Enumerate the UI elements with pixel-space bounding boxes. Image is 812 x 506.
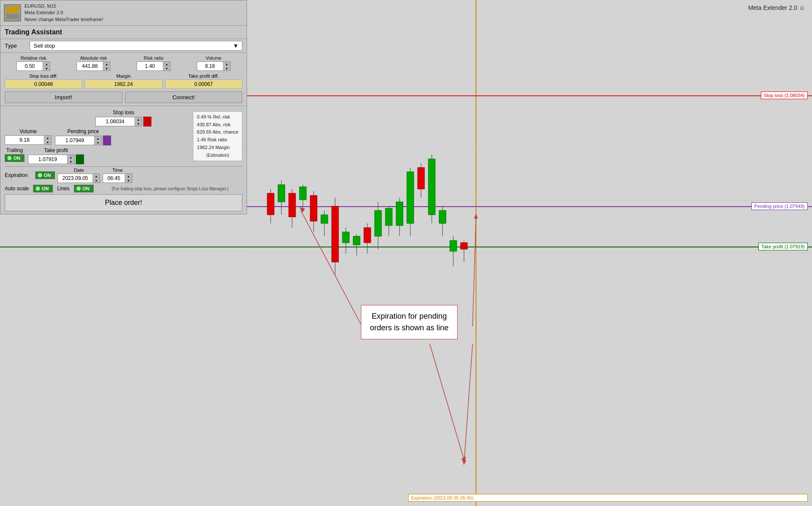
connect-button[interactable]: Connect!	[125, 91, 243, 103]
pending-color-indicator	[103, 135, 111, 146]
margin-col: Margin 1982.24	[85, 73, 162, 89]
date-up[interactable]: ▲	[93, 174, 100, 178]
relative-risk-field[interactable]: ▲ ▼	[16, 61, 50, 71]
relative-risk-input[interactable]	[17, 62, 43, 70]
pp-up[interactable]: ▲	[95, 136, 101, 140]
risk-ratio-input[interactable]	[137, 62, 163, 70]
svg-rect-21	[353, 236, 360, 245]
take-profit-input[interactable]	[28, 155, 67, 163]
volume-up[interactable]: ▲	[223, 62, 230, 66]
lines-label-text: Lines	[57, 186, 70, 192]
pending-price-field[interactable]: ▲ ▼	[55, 136, 102, 145]
svg-rect-29	[396, 202, 403, 226]
tp-diff-label: Take profit diff.	[188, 73, 219, 79]
risk-ratio-field[interactable]: ▲ ▼	[137, 61, 171, 71]
dropdown-arrow-icon: ▼	[233, 43, 238, 49]
take-profit-field[interactable]: ▲ ▼	[28, 155, 75, 164]
absolute-risk-field[interactable]: ▲ ▼	[76, 61, 110, 71]
risk-row: Relative risk ▲ ▼ Absolute risk ▲ ▼ Risk…	[0, 54, 247, 73]
absolute-risk-input[interactable]	[77, 62, 103, 70]
place-order-button[interactable]: Place order!	[5, 194, 242, 211]
relative-risk-down[interactable]: ▼	[43, 66, 50, 70]
estimation-note: (Estimation)	[197, 152, 238, 159]
sl-down[interactable]: ▼	[135, 122, 142, 126]
stop-loss-input[interactable]	[96, 118, 134, 125]
panel-header: EURUSD, M15 Meta Extender 2.0 Never chan…	[0, 0, 247, 26]
import-button[interactable]: Import!	[5, 91, 122, 103]
svg-rect-7	[278, 185, 285, 202]
trailing-label-text: Trailing	[6, 147, 23, 153]
volume2-input[interactable]	[5, 136, 44, 144]
risk-ratio-label: Risk ratio	[143, 55, 163, 61]
time-label: Time	[112, 168, 122, 173]
tp-color-indicator	[76, 154, 84, 165]
trailing-toggle[interactable]: ON	[5, 154, 24, 162]
svg-line-43	[464, 344, 473, 464]
volume2-field[interactable]: ▲ ▼	[5, 135, 52, 145]
svg-rect-27	[385, 208, 392, 226]
risk-ratio-up[interactable]: ▲	[163, 62, 170, 66]
takeprofit-col: Take profit ▲ ▼	[28, 147, 84, 165]
pending-price-input[interactable]	[55, 137, 94, 144]
absolute-risk-down[interactable]: ▼	[103, 66, 110, 70]
sl-up[interactable]: ▲	[135, 117, 142, 122]
svg-rect-11	[299, 187, 306, 200]
annotation-box: Expiration for pending orders is shown a…	[361, 305, 458, 339]
autoscale-label-text: Auto scale	[5, 186, 29, 192]
header-text: EURUSD, M15 Meta Extender 2.0 Never chan…	[24, 3, 103, 23]
svg-rect-33	[418, 168, 424, 189]
pending-price-col: Pending price ▲ ▼	[55, 128, 111, 146]
est-abs-risk: 430.87 Abs. risk	[197, 121, 238, 129]
time-down[interactable]: ▼	[125, 178, 132, 183]
svg-rect-31	[407, 172, 414, 223]
svg-rect-13	[310, 195, 317, 221]
expiration-row: Expiration ON Date ▲ ▼ Time	[5, 168, 242, 183]
stop-loss-label: Stop loss	[113, 110, 134, 116]
tp-diff-col: Take profit diff. 0.00067	[165, 73, 242, 89]
svg-rect-9	[289, 193, 296, 217]
absolute-risk-up[interactable]: ▲	[103, 62, 110, 66]
absolute-risk-label: Absolute risk	[80, 55, 107, 61]
sl-color-indicator	[143, 116, 152, 127]
panel-title: Trading Assistant	[0, 26, 247, 38]
expiration-label: Expiration (2023.09.05 06:45)	[408, 494, 808, 502]
volume-down[interactable]: ▼	[223, 66, 230, 70]
date-field[interactable]: ▲ ▼	[58, 174, 100, 183]
svg-rect-23	[364, 228, 371, 243]
date-down[interactable]: ▼	[93, 178, 100, 183]
lower-section: 0.49 % Rel. risk 430.87 Abs. risk 629.65…	[0, 107, 247, 214]
lines-toggle[interactable]: ON	[74, 185, 94, 192]
svg-rect-37	[439, 210, 446, 223]
est-risk-ratio: 1.46 Risk ratio	[197, 136, 238, 144]
svg-rect-50	[6, 14, 18, 19]
diff-row: Stop loss diff. 0.00048 Margin 1982.24 T…	[0, 73, 247, 90]
date-input[interactable]	[58, 174, 92, 182]
time-field[interactable]: ▲ ▼	[103, 174, 132, 183]
autoscale-toggle[interactable]: ON	[33, 185, 53, 192]
svg-rect-15	[321, 215, 328, 223]
time-up[interactable]: ▲	[125, 174, 132, 178]
tp-down[interactable]: ▼	[67, 159, 74, 164]
volume-input[interactable]	[197, 62, 223, 70]
margin-value: 1982.24	[85, 79, 162, 89]
risk-ratio-down[interactable]: ▼	[163, 66, 170, 70]
action-buttons: Import! Connect!	[0, 90, 247, 105]
volume2-label: Volume	[19, 128, 37, 134]
svg-rect-39	[450, 241, 457, 251]
vol2-up[interactable]: ▲	[44, 136, 51, 140]
pp-down[interactable]: ▼	[95, 140, 101, 145]
tp-diff-value: 0.00067	[165, 79, 242, 89]
relative-risk-up[interactable]: ▲	[43, 62, 50, 66]
tp-up[interactable]: ▲	[67, 155, 74, 159]
type-dropdown[interactable]: Sell stop ▼	[30, 41, 242, 51]
type-row: Type Sell stop ▼	[0, 40, 247, 52]
volume-field[interactable]: ▲ ▼	[197, 61, 231, 71]
svg-rect-19	[342, 232, 349, 243]
type-label: Type	[5, 43, 26, 49]
stop-loss-field[interactable]: ▲ ▼	[95, 117, 142, 126]
take-profit-label: Take profit	[44, 147, 68, 153]
time-input[interactable]	[103, 174, 125, 182]
est-rel-risk: 0.49 % Rel. risk	[197, 113, 238, 121]
vol2-down[interactable]: ▼	[44, 140, 51, 144]
expiration-toggle[interactable]: ON	[35, 171, 55, 179]
